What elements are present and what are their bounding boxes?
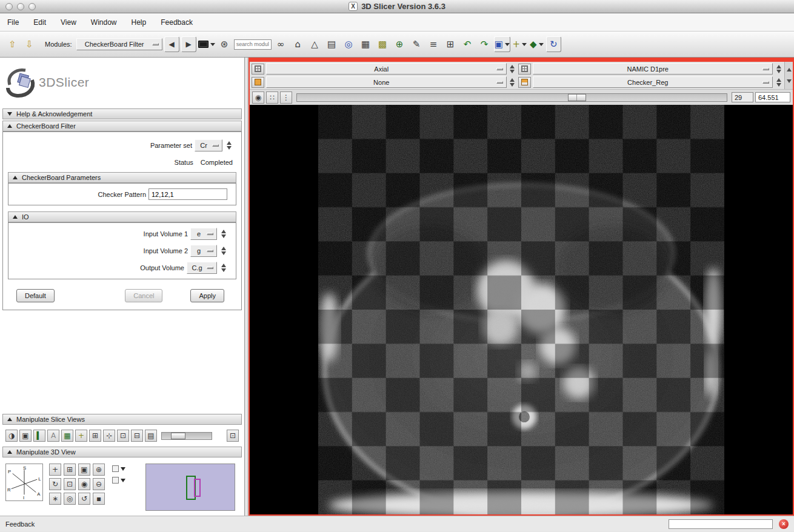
zoom-window-button[interactable] (28, 3, 36, 10)
spin-down-icon[interactable] (776, 70, 781, 73)
spin-view-button[interactable]: ↺ (78, 493, 90, 505)
slice-highlight-bar[interactable] (250, 58, 793, 62)
slice-visibility-button[interactable]: ▣ (19, 430, 32, 442)
spin-down-icon[interactable] (776, 83, 781, 87)
pan-view-button[interactable]: + (49, 464, 61, 476)
orientation-combobox[interactable]: Axial (266, 63, 507, 75)
label-opacity-button[interactable]: ▍ (33, 430, 45, 442)
background-layer-button[interactable] (518, 64, 531, 75)
module-settings-button[interactable]: ⊛ (217, 36, 232, 52)
spin-up-icon[interactable] (227, 141, 232, 145)
status-message-field[interactable] (669, 519, 773, 529)
screenshot-button[interactable]: ▣ (78, 464, 90, 476)
snapshot-button[interactable]: ◉ (78, 478, 90, 490)
spin-down-icon[interactable] (510, 70, 515, 73)
slice-link-toggle-button[interactable]: ∷ (266, 91, 278, 104)
spin-down-icon[interactable] (227, 146, 232, 150)
spin-up-icon[interactable] (221, 230, 226, 233)
spin-down-icon[interactable] (221, 234, 226, 238)
slider-handle[interactable] (171, 433, 185, 439)
compositing-button[interactable]: ▦ (61, 430, 73, 442)
module-history-forward-button[interactable]: ▶ (181, 36, 196, 52)
slice-more-options-button[interactable] (252, 64, 264, 75)
slice-offset-slider[interactable] (296, 93, 727, 102)
menu-file[interactable]: File (7, 18, 19, 27)
scroll-up-icon[interactable] (787, 68, 792, 71)
measurements-module-button[interactable]: ≡ (426, 36, 441, 52)
slice-offset-field[interactable]: 64.551 (755, 92, 790, 102)
labelmap-module-button[interactable]: ▩ (375, 36, 390, 52)
foreground-layer-button[interactable] (518, 77, 531, 88)
add-volume-module-button[interactable]: ⊕ (392, 36, 407, 52)
spin-up-icon[interactable] (510, 78, 515, 82)
record-button[interactable]: ▪ (93, 493, 105, 505)
input-volume-1-combobox[interactable]: e (190, 228, 217, 240)
editor-module-button[interactable]: ✎ (409, 36, 424, 52)
mesh-module-button[interactable]: ▦ (358, 36, 373, 52)
slice-index-field[interactable]: 29 (732, 92, 753, 102)
spin-up-icon[interactable] (510, 65, 515, 68)
stereo-button[interactable]: ∗ (49, 493, 61, 505)
place-mode-button[interactable]: ◆ (529, 36, 544, 52)
layout-select-button[interactable]: ▣ (494, 36, 510, 52)
data-module-button[interactable]: ∞ (273, 36, 289, 52)
cancel-button[interactable]: Cancel (125, 289, 162, 302)
default-button[interactable]: Default (16, 289, 55, 302)
box-toggle-button[interactable]: ⊡ (64, 478, 76, 490)
modules-combobox[interactable]: CheckerBoard Filter (76, 38, 162, 50)
input-volume-2-combobox[interactable]: g (190, 245, 217, 257)
spin-up-icon[interactable] (221, 247, 226, 250)
spin-down-icon[interactable] (221, 268, 226, 272)
section-header-help[interactable]: Help & Acknowledgement (2, 108, 242, 119)
checker-pattern-input[interactable] (148, 188, 227, 200)
spin-down-icon[interactable] (221, 251, 226, 255)
section-header-slice-views[interactable]: Manipulate Slice Views (2, 414, 242, 425)
close-window-button[interactable] (5, 3, 13, 10)
load-scene-button[interactable]: ⇧ (5, 36, 20, 52)
lightbox-button[interactable]: ⊟ (131, 430, 143, 442)
pick-center-button[interactable]: ⊞ (64, 464, 76, 476)
apply-button[interactable]: Apply (190, 289, 224, 302)
tables-module-button[interactable]: ⊞ (443, 36, 458, 52)
spin-up-icon[interactable] (776, 78, 781, 82)
fit-to-window-button[interactable]: ⊡ (117, 430, 129, 442)
section-header-parameters[interactable]: CheckerBoard Parameters (8, 172, 236, 183)
menu-window[interactable]: Window (91, 18, 117, 27)
menu-view[interactable]: View (61, 18, 76, 27)
slice-offset-handle[interactable] (568, 94, 586, 101)
slice-options-button[interactable]: ⊡ (227, 430, 239, 442)
slice-link-button[interactable]: ◑ (5, 430, 18, 442)
refresh-button[interactable]: ↻ (546, 36, 561, 52)
section-header-io[interactable]: IO (8, 211, 236, 222)
annotation-button[interactable]: A (47, 430, 59, 442)
section-header-3d-view[interactable]: Manipulate 3D View (2, 447, 242, 457)
mouse-mode-button[interactable]: + (512, 36, 527, 52)
crosshair-grid-button[interactable]: ⊞ (89, 430, 101, 442)
spin-up-icon[interactable] (776, 65, 781, 68)
volumes-module-button[interactable]: ▤ (324, 36, 339, 52)
label-map-combobox[interactable]: None (266, 76, 507, 88)
save-scene-button[interactable]: ⇩ (22, 36, 37, 52)
navigation-button[interactable]: ⊹ (103, 430, 115, 442)
navigation-preview[interactable] (145, 464, 235, 511)
models-module-button[interactable]: ◎ (341, 36, 356, 52)
spin-down-icon[interactable] (510, 83, 515, 87)
section-header-module[interactable]: CheckerBoard Filter (2, 121, 242, 131)
search-modules-input[interactable] (234, 39, 272, 50)
view-axis-dropdown[interactable] (112, 465, 125, 472)
layout-grid-button[interactable]: ▤ (145, 430, 157, 442)
home-module-button[interactable]: ⌂ (290, 36, 305, 52)
controller-scroll-strip[interactable] (784, 62, 793, 89)
orientation-axes-widget[interactable]: S P L R I A (5, 464, 43, 501)
zoom-out-button[interactable]: ⊖ (93, 478, 105, 490)
minimize-window-button[interactable] (17, 3, 24, 10)
undo-button[interactable]: ↶ (460, 36, 475, 52)
axial-slice-view[interactable] (250, 105, 793, 514)
spin-up-icon[interactable] (221, 264, 226, 267)
slice-visibility-toggle-button[interactable]: ◉ (252, 91, 264, 104)
module-panel-toggle-button[interactable] (198, 36, 215, 52)
foreground-volume-combobox[interactable]: Checker_Reg (533, 76, 773, 88)
menu-edit[interactable]: Edit (33, 18, 46, 27)
output-volume-combobox[interactable]: C.g (187, 262, 217, 274)
look-from-button[interactable]: ◎ (64, 493, 76, 505)
